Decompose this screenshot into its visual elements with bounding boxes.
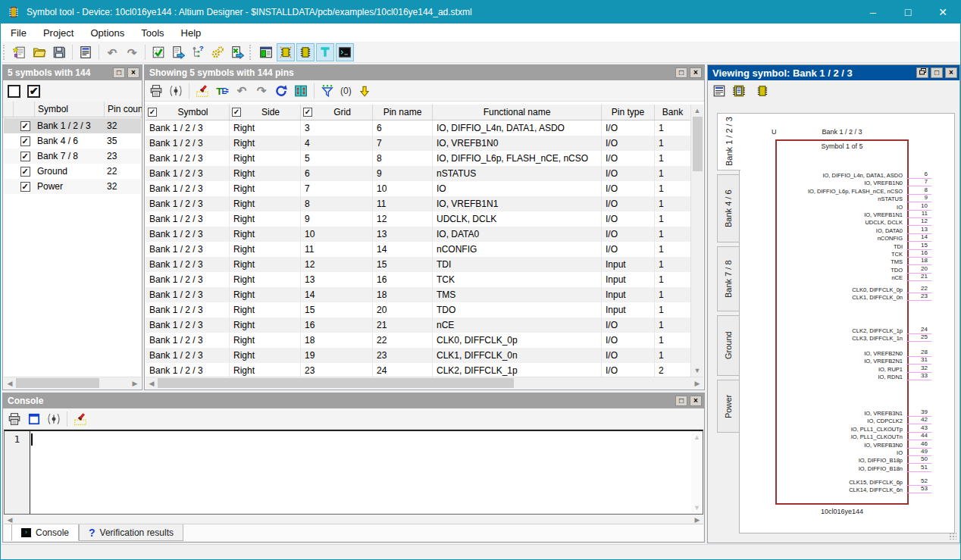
menu-file[interactable]: File bbox=[2, 25, 35, 41]
symbol-checkbox[interactable]: ✓ bbox=[20, 167, 30, 177]
maximize-panel-button[interactable]: □ bbox=[675, 67, 687, 78]
symbol-row-bank-1-2-3[interactable]: ✓Bank 1 / 2 / 332 bbox=[4, 118, 141, 133]
scroll-down-arrow[interactable]: ▼ bbox=[691, 502, 703, 514]
refresh-button[interactable] bbox=[272, 82, 290, 100]
viewer-tab-bank-4-6[interactable]: Bank 4 / 6 bbox=[717, 174, 739, 242]
pin-row[interactable]: Bank 1 / 2 / 3Right1923CLK1, DIFFCLK_0nI… bbox=[146, 348, 690, 363]
symbol-row-power[interactable]: ✓Power32 bbox=[4, 179, 141, 194]
tab-console[interactable]: ›Console bbox=[11, 524, 79, 541]
pin-row[interactable]: Bank 1 / 2 / 3Right912UDCLK, DCLKI/O1 bbox=[146, 211, 690, 227]
filter-button[interactable] bbox=[318, 82, 337, 100]
pin-hierarchy-help-button[interactable]: ? bbox=[189, 43, 207, 61]
restore-panel-button[interactable] bbox=[916, 67, 928, 78]
column-header-symbol[interactable]: ✓Symbol bbox=[146, 105, 230, 120]
symbol-row-bank-4-6[interactable]: ✓Bank 4 / 635 bbox=[4, 133, 141, 149]
redo-button[interactable]: ↷ bbox=[123, 43, 141, 61]
scroll-up-arrow[interactable]: ▲ bbox=[691, 431, 703, 443]
column-header-functional-name[interactable]: Functional name bbox=[433, 105, 602, 120]
highlight-button[interactable] bbox=[71, 410, 89, 428]
pin-row[interactable]: Bank 1 / 2 / 3Right58IO, DIFFIO_L6p, FLA… bbox=[146, 151, 690, 166]
column-filter-checkbox[interactable]: ✓ bbox=[148, 108, 157, 117]
scroll-right-arrow[interactable]: ▶ bbox=[691, 377, 703, 389]
pin-row[interactable]: Bank 1 / 2 / 3Right1822CLK0, DIFFCLK_0pI… bbox=[146, 333, 690, 348]
close-panel-button[interactable]: × bbox=[690, 396, 702, 406]
column-header-bank[interactable]: Bank bbox=[655, 105, 690, 120]
symbol-checkbox[interactable]: ✓ bbox=[20, 121, 30, 131]
package-view-button[interactable] bbox=[753, 82, 772, 100]
package-view-button[interactable] bbox=[296, 43, 315, 61]
undo-button[interactable]: ↶ bbox=[233, 82, 251, 100]
viewer-tab-bank-7-8[interactable]: Bank 7 / 8 bbox=[717, 246, 739, 311]
pin-row[interactable]: Bank 1 / 2 / 3Right1114nCONFIGI/O1 bbox=[146, 242, 690, 257]
toolbar-grip[interactable] bbox=[249, 45, 253, 60]
report-button[interactable] bbox=[77, 43, 95, 61]
column-header-side[interactable]: ✓Side bbox=[230, 105, 301, 120]
pins-vscrollbar[interactable]: ▲ ▼ bbox=[690, 105, 703, 377]
scroll-up-arrow[interactable]: ▲ bbox=[691, 105, 703, 117]
symbol-row-bank-7-8[interactable]: ✓Bank 7 / 823 bbox=[4, 149, 141, 164]
viewer-tab-power[interactable]: Power bbox=[717, 380, 739, 433]
console-view-button[interactable] bbox=[336, 43, 354, 61]
pin-row[interactable]: Bank 1 / 2 / 3Right1316TCKInput1 bbox=[146, 272, 690, 287]
new-document-button[interactable] bbox=[11, 43, 29, 61]
pin-row[interactable]: Bank 1 / 2 / 3Right1621nCEI/O1 bbox=[146, 318, 690, 333]
grid-arrange-button[interactable] bbox=[292, 82, 310, 100]
column-header-pin-name[interactable]: Pin name bbox=[373, 105, 433, 120]
undo-button[interactable]: ↶ bbox=[103, 43, 121, 61]
symbol-document-view-button[interactable] bbox=[730, 82, 748, 100]
close-panel-button[interactable]: × bbox=[945, 67, 957, 78]
column-header-symbol[interactable]: Symbol bbox=[35, 102, 105, 117]
close-panel-button[interactable]: × bbox=[127, 67, 139, 78]
viewer-tab-ground[interactable]: Ground bbox=[717, 315, 739, 376]
document-view-button[interactable] bbox=[710, 82, 728, 100]
save-button[interactable] bbox=[50, 43, 68, 61]
highlight-button[interactable] bbox=[193, 82, 211, 100]
symbol-checkbox[interactable]: ✓ bbox=[20, 182, 30, 192]
export-document-button[interactable] bbox=[169, 43, 187, 61]
maximize-panel-button[interactable]: □ bbox=[113, 67, 125, 78]
symbol-checkbox[interactable]: ✓ bbox=[20, 136, 30, 146]
maximize-panel-button[interactable]: □ bbox=[675, 396, 687, 406]
rename-pins-button[interactable]: TE bbox=[213, 82, 231, 100]
pin-row[interactable]: Bank 1 / 2 / 3Right1418TMSInput1 bbox=[146, 287, 690, 302]
pin-edit-button[interactable] bbox=[167, 82, 185, 100]
window-button[interactable] bbox=[25, 410, 43, 428]
pin-row[interactable]: Bank 1 / 2 / 3Right1215TDIInput1 bbox=[146, 257, 690, 272]
pin-row[interactable]: Bank 1 / 2 / 3Right1520TDOInput1 bbox=[146, 302, 690, 318]
console-editor[interactable]: 1 ▲ ▼ bbox=[4, 430, 703, 515]
pin-row[interactable]: Bank 1 / 2 / 3Right36IO, DIFFIO_L4n, DAT… bbox=[146, 120, 690, 136]
toolbar-grip[interactable] bbox=[3, 45, 7, 60]
panels-view-button[interactable] bbox=[257, 43, 275, 61]
redo-button[interactable]: ↷ bbox=[252, 82, 271, 100]
scroll-thumb[interactable] bbox=[693, 117, 703, 171]
export-xml-button[interactable] bbox=[228, 43, 246, 61]
maximize-panel-button[interactable]: □ bbox=[931, 67, 943, 78]
pins-hscrollbar[interactable]: ◀ ▶ bbox=[146, 377, 703, 389]
scroll-right-arrow[interactable]: ▶ bbox=[129, 377, 141, 389]
symbols-hscrollbar[interactable]: ◀ ▶ bbox=[4, 377, 141, 389]
pin-edit-button[interactable] bbox=[45, 410, 63, 428]
scroll-thumb[interactable] bbox=[16, 378, 99, 388]
pin-row[interactable]: Bank 1 / 2 / 3Right47IO, VREFB1N0I/O1 bbox=[146, 136, 690, 151]
uncheck-all-button[interactable] bbox=[8, 85, 20, 98]
open-button[interactable] bbox=[30, 43, 49, 61]
column-filter-checkbox[interactable]: ✓ bbox=[232, 108, 241, 117]
pin-row[interactable]: Bank 1 / 2 / 3Right710IOI/O1 bbox=[146, 181, 690, 196]
symbol-view-button[interactable] bbox=[277, 43, 295, 61]
scroll-down-arrow[interactable]: ▼ bbox=[691, 364, 703, 377]
maximize-button[interactable]: □ bbox=[891, 1, 925, 23]
tab-verification-results[interactable]: ?Verification results bbox=[79, 524, 183, 541]
console-vscrollbar[interactable]: ▲ ▼ bbox=[691, 431, 703, 514]
menu-tools[interactable]: Tools bbox=[133, 25, 172, 41]
viewer-tab-bank-1-2-3[interactable]: Bank 1 / 2 / 3 bbox=[717, 113, 740, 171]
symbol-checkbox[interactable]: ✓ bbox=[20, 152, 30, 161]
menu-help[interactable]: Help bbox=[173, 25, 210, 41]
menu-project[interactable]: Project bbox=[35, 25, 82, 41]
pin-row[interactable]: Bank 1 / 2 / 3Right2324CLK2, DIFFCLK_1pI… bbox=[146, 363, 690, 377]
menu-options[interactable]: Options bbox=[82, 25, 133, 41]
pin-names-view-button[interactable] bbox=[316, 43, 334, 61]
check-all-button[interactable]: ✔ bbox=[27, 85, 40, 98]
print-button[interactable] bbox=[5, 410, 23, 428]
column-header-pin-type[interactable]: Pin type bbox=[602, 105, 655, 120]
print-button[interactable] bbox=[147, 82, 165, 100]
